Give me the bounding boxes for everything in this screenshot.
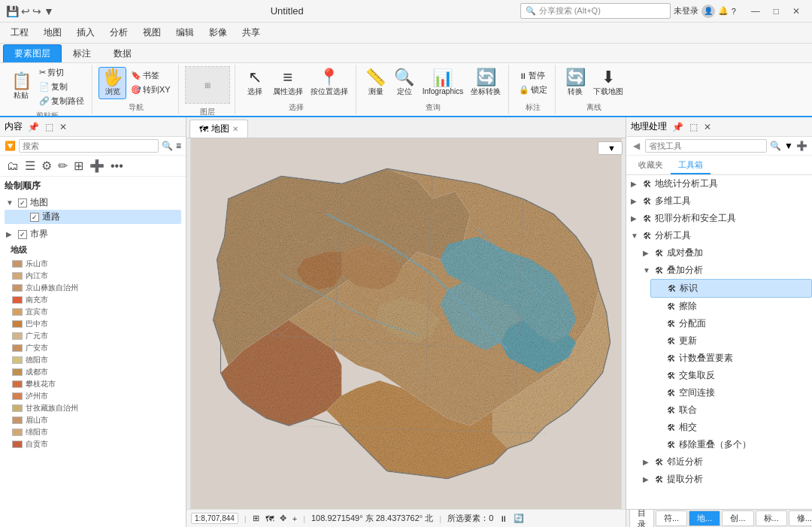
pause-label-button[interactable]: ⏸ 暂停 <box>516 69 550 82</box>
layout-icon[interactable]: ⊞ <box>71 158 86 174</box>
geo-item-identity[interactable]: 🛠 标识 <box>650 279 812 298</box>
geo-item-crime[interactable]: ▶ 🛠 犯罪分析和安全工具 <box>626 210 812 227</box>
float-right-icon[interactable]: ⬚ <box>687 121 700 133</box>
tongluo-layer-item[interactable]: ✓ 通路 <box>5 210 181 224</box>
map-tab-close[interactable]: ✕ <box>232 125 238 133</box>
location-select-button[interactable]: 📍 按位置选择 <box>308 68 351 98</box>
map-tab[interactable]: 🗺 地图 ✕ <box>189 120 248 138</box>
geo-item-remove-overlap[interactable]: 🛠 移除重叠（多个） <box>650 436 812 453</box>
menu-item-6[interactable]: 影像 <box>201 24 235 41</box>
close-panel-icon[interactable]: ✕ <box>57 121 69 133</box>
convert-button[interactable]: 🔄 转换 <box>562 68 589 98</box>
scale-button[interactable]: 1:8,707,844 <box>191 513 238 524</box>
browse-button[interactable]: 🖐 浏览 <box>98 67 126 99</box>
map-canvas[interactable]: ▼ <box>186 138 626 509</box>
download-map-button[interactable]: ⬇ 下载地图 <box>590 68 626 98</box>
favorites-tab[interactable]: 收藏夹 <box>631 157 671 174</box>
menu-item-0[interactable]: 工程 <box>3 24 36 41</box>
contents-search-more[interactable]: ≡ <box>176 141 181 151</box>
attribute-select-button[interactable]: ≡ 属性选择 <box>270 68 306 98</box>
geo-item-update[interactable]: 🛠 更新 <box>650 332 812 350</box>
lock-label-button[interactable]: 🔒 锁定 <box>516 83 550 96</box>
user-avatar[interactable]: 👤 <box>701 5 715 18</box>
contents-search-input[interactable] <box>19 139 159 153</box>
coord-transform-button[interactable]: 🔄 坐标转换 <box>468 68 504 98</box>
geo-item-spatial-join[interactable]: 🛠 空间连接 <box>650 384 812 401</box>
bottom-tab-3[interactable]: 创... <box>722 510 753 526</box>
save-icon[interactable]: 💾 <box>6 5 19 17</box>
refresh-icon[interactable]: 🔄 <box>514 513 524 523</box>
shijie-checkbox[interactable]: ✓ <box>18 230 27 239</box>
menu-item-3[interactable]: 分析 <box>102 24 135 41</box>
geo-item-apportion[interactable]: 🛠 分配面 <box>650 315 812 332</box>
pin-right-icon[interactable]: 📌 <box>670 121 686 133</box>
geo-item-multi[interactable]: ▶ 🛠 多维工具 <box>626 192 812 210</box>
bottom-tab-0[interactable]: 目录 <box>629 509 654 527</box>
menu-item-5[interactable]: 编辑 <box>168 24 201 41</box>
geo-item-analysis[interactable]: ▼ 🛠 分析工具 <box>626 227 812 244</box>
dropdown-arrow-icon[interactable]: ▼ <box>44 5 54 17</box>
zoom-in-icon[interactable]: + <box>292 514 297 523</box>
menu-item-2[interactable]: 插入 <box>69 24 102 41</box>
map-layer-item[interactable]: ▼ ✓ 地图 <box>5 195 181 210</box>
bottom-tab-5[interactable]: 修... <box>789 510 812 526</box>
menu-item-7[interactable]: 共享 <box>235 24 268 41</box>
stop-icon[interactable]: ⏸ <box>499 514 508 523</box>
list-view-icon[interactable]: ☰ <box>23 158 38 174</box>
geo-item-pairwise[interactable]: ▶ 🛠 成对叠加 <box>638 244 812 262</box>
ribbon-tab-2[interactable]: 数据 <box>102 44 143 62</box>
geo-item-count-overlap[interactable]: 🛠 计数叠置要素 <box>650 350 812 367</box>
locate-button[interactable]: 🔍 定位 <box>391 68 418 98</box>
back-button[interactable]: ◀ <box>631 140 642 152</box>
ribbon-tab-1[interactable]: 标注 <box>62 44 102 62</box>
pan-icon[interactable]: ✥ <box>280 513 286 523</box>
table-view-icon[interactable]: 🗂 <box>5 159 21 174</box>
bottom-tab-2[interactable]: 地... <box>689 510 720 526</box>
edit-icon[interactable]: ✏ <box>56 158 70 174</box>
geo-dropdown-icon[interactable]: ▼ <box>784 141 793 151</box>
geo-item-erase[interactable]: 🛠 擦除 <box>650 298 812 315</box>
geo-item-stats[interactable]: ▶ 🛠 地统计分析工具 <box>626 175 812 192</box>
undo-icon[interactable]: ↩ <box>21 5 30 17</box>
measure-button[interactable]: 📏 测量 <box>362 68 389 98</box>
geo-item-symmetrical-diff[interactable]: 🛠 交集取反 <box>650 367 812 384</box>
maximize-button[interactable]: □ <box>768 5 785 18</box>
bottom-tab-4[interactable]: 标... <box>756 510 787 526</box>
geoprocessing-search-input[interactable] <box>645 139 767 153</box>
toolbox-tab[interactable]: 工具箱 <box>671 157 710 174</box>
cut-button[interactable]: ✂ 剪切 <box>36 66 87 79</box>
help-icon[interactable]: ? <box>732 7 736 16</box>
geo-item-overlay[interactable]: ▼ 🛠 叠加分析 <box>638 262 812 279</box>
geo-item-proximity[interactable]: ▶ 🛠 邻近分析 <box>638 453 812 471</box>
bookmark-button[interactable]: 🔖 书签 <box>128 69 174 82</box>
geo-item-intersect[interactable]: 🛠 相交 <box>650 419 812 436</box>
global-search-box[interactable]: 🔍 分享搜索 (Alt+Q) <box>520 3 671 19</box>
contents-search-icon[interactable]: 🔍 <box>162 141 173 151</box>
select-button[interactable]: ↖ 选择 <box>241 68 268 98</box>
geo-item-union[interactable]: 🛠 联合 <box>650 401 812 419</box>
goto-xy-button[interactable]: 🎯 转到XY <box>128 83 174 96</box>
ribbon-tab-0[interactable]: 要素图层 <box>3 44 62 62</box>
shijie-layer-item[interactable]: ▶ ✓ 市界 <box>5 227 181 241</box>
copy-button[interactable]: 📄 复制 <box>36 80 87 93</box>
paste-button[interactable]: 📋 粘贴 <box>8 71 35 102</box>
float-icon[interactable]: ⬚ <box>43 121 56 133</box>
map-tools-icon[interactable]: 🗺 <box>265 514 274 523</box>
more-icon[interactable]: ••• <box>108 159 126 174</box>
geo-add-icon[interactable]: ➕ <box>796 141 807 151</box>
copy-path-button[interactable]: 🔗 复制路径 <box>36 95 87 108</box>
notification-icon[interactable]: 🔔 <box>718 6 729 16</box>
filter-layer-icon[interactable]: ⚙ <box>39 158 54 174</box>
add-icon[interactable]: ➕ <box>87 158 107 174</box>
menu-item-1[interactable]: 地图 <box>36 24 69 41</box>
geo-search-icon[interactable]: 🔍 <box>770 141 781 151</box>
geo-item-extract[interactable]: ▶ 🛠 提取分析 <box>638 471 812 488</box>
fit-map-icon[interactable]: ⊞ <box>253 513 259 523</box>
close-button[interactable]: ✕ <box>786 5 806 18</box>
bottom-tab-1[interactable]: 符... <box>656 510 687 526</box>
redo-icon[interactable]: ↪ <box>32 5 41 17</box>
close-right-icon[interactable]: ✕ <box>701 121 714 133</box>
minimize-button[interactable]: — <box>745 5 766 18</box>
tongluo-checkbox[interactable]: ✓ <box>30 213 39 222</box>
menu-item-4[interactable]: 视图 <box>135 24 168 41</box>
